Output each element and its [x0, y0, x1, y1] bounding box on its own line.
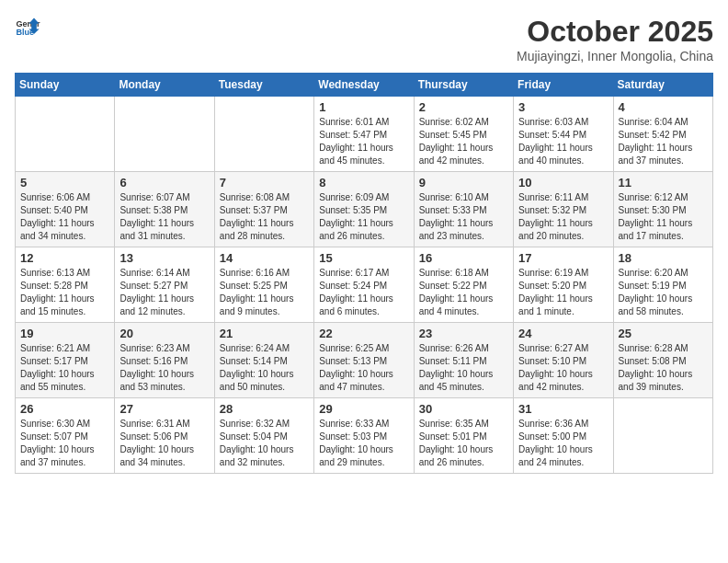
cell-info: and 42 minutes.: [518, 381, 608, 394]
day-number: 11: [619, 176, 708, 190]
cell-info: and 4 minutes.: [419, 305, 508, 318]
cell-info: Sunset: 5:20 PM: [518, 280, 608, 293]
day-number: 21: [220, 327, 309, 340]
calendar-cell: 13Sunrise: 6:14 AMSunset: 5:27 PMDayligh…: [115, 247, 214, 323]
cell-info: and 31 minutes.: [119, 230, 209, 243]
cell-info: Sunrise: 6:16 AM: [220, 267, 309, 280]
cell-info: Daylight: 11 hours: [319, 293, 408, 305]
calendar-cell: 1Sunrise: 6:01 AMSunset: 5:47 PMDaylight…: [314, 97, 414, 172]
cell-info: and 17 minutes.: [619, 230, 708, 243]
cell-info: Sunset: 5:03 PM: [319, 431, 408, 443]
day-number: 4: [619, 100, 708, 114]
cell-info: Sunrise: 6:33 AM: [319, 418, 408, 431]
day-number: 28: [220, 402, 309, 416]
week-row-4: 19Sunrise: 6:21 AMSunset: 5:17 PMDayligh…: [16, 323, 713, 398]
cell-info: Sunrise: 6:12 AM: [619, 191, 708, 204]
cell-info: Daylight: 10 hours: [20, 443, 109, 456]
cell-info: Sunset: 5:32 PM: [518, 204, 608, 217]
cell-info: Sunrise: 6:24 AM: [220, 342, 309, 355]
cell-info: and 37 minutes.: [619, 155, 708, 167]
cell-info: Sunset: 5:35 PM: [319, 204, 408, 217]
cell-info: Sunrise: 6:06 AM: [20, 191, 109, 204]
calendar-cell: 9Sunrise: 6:10 AMSunset: 5:33 PMDaylight…: [414, 172, 513, 247]
cell-info: Sunrise: 6:25 AM: [319, 342, 408, 355]
cell-info: Sunset: 5:01 PM: [419, 431, 508, 443]
cell-info: Daylight: 11 hours: [20, 217, 109, 230]
cell-info: Sunset: 5:28 PM: [20, 280, 109, 293]
cell-info: and 45 minutes.: [319, 155, 408, 167]
col-header-thursday: Thursday: [414, 74, 513, 97]
cell-info: Sunset: 5:45 PM: [419, 129, 508, 142]
cell-info: Sunrise: 6:21 AM: [20, 342, 109, 355]
cell-info: and 37 minutes.: [20, 456, 109, 469]
day-number: 18: [619, 251, 708, 265]
cell-info: and 23 minutes.: [419, 230, 508, 243]
week-row-2: 5Sunrise: 6:06 AMSunset: 5:40 PMDaylight…: [16, 172, 713, 247]
location-title: Mujiayingzi, Inner Mongolia, China: [517, 49, 713, 63]
day-number: 23: [419, 327, 508, 340]
cell-info: Sunset: 5:22 PM: [419, 280, 508, 293]
day-number: 24: [518, 327, 608, 340]
day-number: 25: [619, 327, 708, 340]
day-number: 27: [119, 402, 209, 416]
day-number: 5: [20, 176, 109, 190]
cell-info: Daylight: 10 hours: [220, 368, 309, 381]
cell-info: Sunrise: 6:20 AM: [619, 267, 708, 280]
calendar-cell: [613, 398, 712, 474]
cell-info: Sunrise: 6:18 AM: [419, 267, 508, 280]
cell-info: and 34 minutes.: [20, 230, 109, 243]
cell-info: Sunrise: 6:32 AM: [220, 418, 309, 431]
cell-info: and 9 minutes.: [220, 305, 309, 318]
cell-info: and 58 minutes.: [619, 305, 708, 318]
cell-info: Sunrise: 6:19 AM: [518, 267, 608, 280]
cell-info: Daylight: 10 hours: [518, 443, 608, 456]
cell-info: Sunrise: 6:36 AM: [518, 418, 608, 431]
cell-info: Sunrise: 6:10 AM: [419, 191, 508, 204]
cell-info: Daylight: 11 hours: [119, 293, 209, 305]
cell-info: and 24 minutes.: [518, 456, 608, 469]
cell-info: Sunset: 5:47 PM: [319, 129, 408, 142]
cell-info: Daylight: 11 hours: [518, 142, 608, 155]
cell-info: Sunrise: 6:09 AM: [319, 191, 408, 204]
cell-info: Daylight: 11 hours: [419, 142, 508, 155]
calendar-cell: 4Sunrise: 6:04 AMSunset: 5:42 PMDaylight…: [613, 97, 712, 172]
cell-info: Daylight: 11 hours: [419, 293, 508, 305]
cell-info: Sunset: 5:17 PM: [20, 355, 109, 368]
month-title: October 2025: [517, 15, 713, 49]
calendar-cell: 29Sunrise: 6:33 AMSunset: 5:03 PMDayligh…: [314, 398, 414, 474]
calendar-cell: 26Sunrise: 6:30 AMSunset: 5:07 PMDayligh…: [16, 398, 115, 474]
calendar-cell: 24Sunrise: 6:27 AMSunset: 5:10 PMDayligh…: [514, 323, 613, 398]
calendar-cell: [115, 97, 214, 172]
calendar-cell: 17Sunrise: 6:19 AMSunset: 5:20 PMDayligh…: [514, 247, 613, 323]
cell-info: Sunset: 5:38 PM: [119, 204, 209, 217]
cell-info: Sunset: 5:24 PM: [319, 280, 408, 293]
cell-info: Daylight: 10 hours: [619, 368, 708, 381]
calendar-cell: 11Sunrise: 6:12 AMSunset: 5:30 PMDayligh…: [613, 172, 712, 247]
day-number: 15: [319, 251, 408, 265]
calendar-table: SundayMondayTuesdayWednesdayThursdayFrid…: [15, 73, 713, 474]
cell-info: Sunrise: 6:26 AM: [419, 342, 508, 355]
cell-info: Daylight: 11 hours: [220, 293, 309, 305]
cell-info: Sunrise: 6:31 AM: [119, 418, 209, 431]
cell-info: Sunset: 5:40 PM: [20, 204, 109, 217]
cell-info: Daylight: 10 hours: [220, 443, 309, 456]
cell-info: Sunrise: 6:01 AM: [319, 116, 408, 129]
cell-info: Sunset: 5:11 PM: [419, 355, 508, 368]
day-number: 13: [119, 251, 209, 265]
cell-info: and 26 minutes.: [319, 230, 408, 243]
page-header: General Blue October 2025 Mujiayingzi, I…: [15, 15, 713, 63]
calendar-cell: [214, 97, 313, 172]
header-row: SundayMondayTuesdayWednesdayThursdayFrid…: [16, 74, 713, 97]
week-row-1: 1Sunrise: 6:01 AMSunset: 5:47 PMDaylight…: [16, 97, 713, 172]
day-number: 3: [518, 100, 608, 114]
cell-info: Sunset: 5:06 PM: [119, 431, 209, 443]
cell-info: Daylight: 10 hours: [20, 368, 109, 381]
cell-info: and 28 minutes.: [220, 230, 309, 243]
cell-info: and 32 minutes.: [220, 456, 309, 469]
cell-info: Daylight: 10 hours: [119, 443, 209, 456]
cell-info: Daylight: 11 hours: [220, 217, 309, 230]
cell-info: Sunset: 5:25 PM: [220, 280, 309, 293]
day-number: 16: [419, 251, 508, 265]
day-number: 20: [119, 327, 209, 340]
calendar-cell: 18Sunrise: 6:20 AMSunset: 5:19 PMDayligh…: [613, 247, 712, 323]
